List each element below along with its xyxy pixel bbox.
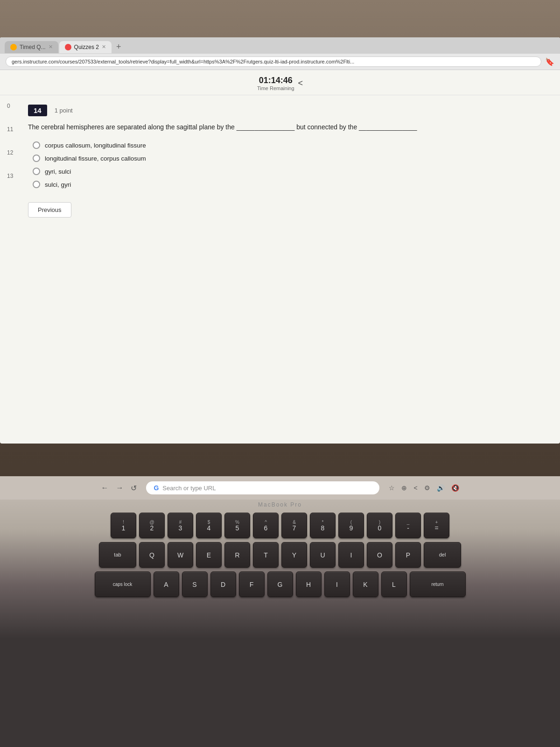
bookmark-icon[interactable]: 🔖 [545,57,554,66]
tab-quizzes[interactable]: Quizzes 2 ✕ [59,41,112,53]
question-text: The cerebral hemispheres are separated a… [28,122,532,132]
key-return[interactable]: return [410,571,466,597]
key-p[interactable]: P [395,542,421,568]
key-k[interactable]: K [353,571,378,597]
key-7[interactable]: &7 [281,513,307,538]
side-num-0: 0 [7,103,13,109]
option-b-radio[interactable] [33,155,40,162]
key-h[interactable]: H [296,571,322,597]
option-c-label: gyri, sulci [45,168,71,175]
key-8[interactable]: *8 [310,513,336,538]
timer-area: 01:14:46 Time Remaining < [0,70,560,95]
previous-button[interactable]: Previous [28,202,71,218]
options-list: corpus callosum, longitudinal fissure lo… [28,141,532,188]
key-w[interactable]: W [168,542,193,568]
key-l[interactable]: L [381,571,407,597]
address-bar: gers.instructure.com/courses/207533/exte… [0,54,560,70]
key-1[interactable]: !1 [111,513,136,538]
omnibox-field[interactable]: G Search or type URL [146,481,379,494]
omnibox-text: Search or type URL [162,485,216,492]
tab-timed-icon [10,44,17,50]
asdf-row: caps lock A S D F G H I K L return [23,571,537,597]
key-5[interactable]: %5 [224,513,250,538]
key-r[interactable]: R [224,542,250,568]
key-t[interactable]: T [253,542,279,568]
mute-icon[interactable]: 🔇 [451,484,459,492]
omnibox-row: ← → ↺ G Search or type URL ☆ ⊕ < ⚙ 🔊 🔇 [0,476,560,500]
tab-quizzes-icon [65,44,71,50]
option-c[interactable]: gyri, sulci [33,168,532,175]
tab-quizzes-close[interactable]: ✕ [102,44,106,50]
key-caps[interactable]: caps lock [95,571,151,597]
reload-button[interactable]: ↺ [131,484,137,493]
side-num-13: 13 [7,173,13,179]
google-g-icon: G [154,484,159,492]
option-d-label: sulci, gyri [45,181,71,188]
key-4[interactable]: $4 [196,513,222,538]
option-a[interactable]: corpus callosum, longitudinal fissure [33,141,532,149]
add-tab-button[interactable]: + [112,40,125,54]
key-a[interactable]: A [154,571,179,597]
url-field[interactable]: gers.instructure.com/courses/207533/exte… [6,56,541,67]
key-6[interactable]: ^6 [253,513,279,538]
option-d-radio[interactable] [33,181,40,188]
quiz-main-content: 0 11 12 13 14 1 point The cerebral hemis… [0,95,560,241]
side-numbers: 0 11 12 13 [7,103,13,179]
key-g[interactable]: G [267,571,293,597]
question-block: 14 1 point The cerebral hemispheres are … [28,105,532,218]
number-key-row: !1 @2 #3 $4 %5 ^6 &7 *8 (9 )0 _- += [23,513,537,538]
key-9[interactable]: (9 [338,513,364,538]
side-num-11: 11 [7,126,13,133]
option-b-label: longitudinal fissure, corpus callosum [45,155,146,162]
nav-buttons: ← → ↺ [101,484,137,493]
settings-icon[interactable]: ⚙ [424,484,430,492]
key-e[interactable]: E [196,542,222,568]
key-2[interactable]: @2 [139,513,165,538]
option-d[interactable]: sulci, gyri [33,181,532,188]
key-backspace[interactable]: del [424,542,461,568]
tab-timed-label: Timed Q... [20,44,46,50]
chevron-left-icon[interactable]: < [413,484,417,492]
key-i[interactable]: I [338,542,364,568]
key-tab[interactable]: tab [99,542,136,568]
qwerty-row: tab Q W E R T Y U I O P del [23,542,537,568]
side-num-12: 12 [7,149,13,156]
plus-circle-icon[interactable]: ⊕ [401,484,407,492]
key-o[interactable]: O [367,542,392,568]
option-a-radio[interactable] [33,141,40,149]
screen-area: Timed Q... ✕ Quizzes 2 ✕ + gers.instruct… [0,37,560,444]
option-b[interactable]: longitudinal fissure, corpus callosum [33,155,532,162]
star-icon[interactable]: ☆ [389,484,395,492]
option-c-radio[interactable] [33,168,40,175]
key-0[interactable]: )0 [367,513,392,538]
key-d[interactable]: D [210,571,236,597]
option-a-label: corpus callosum, longitudinal fissure [45,142,146,149]
tab-timed-close[interactable]: ✕ [49,44,53,50]
key-3[interactable]: #3 [168,513,193,538]
question-number: 14 [28,105,47,116]
keyboard-container: !1 @2 #3 $4 %5 ^6 &7 *8 (9 )0 _- += tab … [14,513,546,597]
key-u[interactable]: U [310,542,336,568]
macbook-label: MacBook Pro [258,501,302,508]
key-plus[interactable]: += [424,513,449,538]
timer-label: Time Remaining [257,85,294,91]
tab-timed[interactable]: Timed Q... ✕ [5,41,58,53]
forward-button[interactable]: → [116,484,123,493]
back-button[interactable]: ← [101,484,108,493]
tab-bar: Timed Q... ✕ Quizzes 2 ✕ + [0,37,560,54]
question-points: 1 point [55,107,73,114]
question-header: 14 1 point [28,105,532,116]
key-j[interactable]: I [324,571,350,597]
volume-icon[interactable]: 🔊 [437,484,445,492]
tab-quizzes-label: Quizzes 2 [74,44,99,50]
keyboard-area: ← → ↺ G Search or type URL ☆ ⊕ < ⚙ 🔊 🔇 M… [0,476,560,747]
key-y[interactable]: Y [281,542,307,568]
key-f[interactable]: F [239,571,265,597]
omnibox-right-icons: ☆ ⊕ < ⚙ 🔊 🔇 [389,484,459,492]
timer-display: 01:14:46 [257,76,294,85]
key-s[interactable]: S [182,571,208,597]
browser-chrome: Timed Q... ✕ Quizzes 2 ✕ + gers.instruct… [0,37,560,70]
timer-collapse-button[interactable]: < [298,78,303,88]
key-minus[interactable]: _- [395,513,421,538]
key-q[interactable]: Q [139,542,165,568]
